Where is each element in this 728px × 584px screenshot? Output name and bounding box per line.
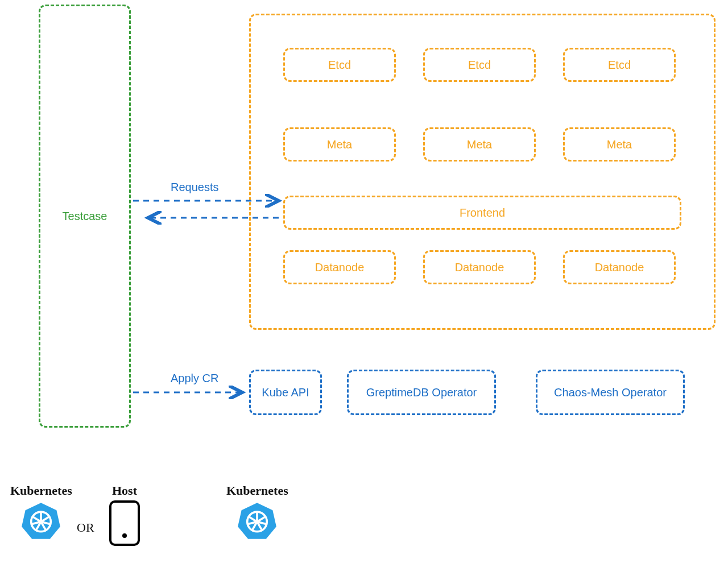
datanode-box-3: Datanode	[563, 250, 676, 284]
meta-label-2: Meta	[467, 138, 492, 151]
etcd-label-1: Etcd	[328, 59, 351, 72]
k8s-label-1: Kubernetes	[10, 483, 72, 498]
datanode-box-1: Datanode	[283, 250, 396, 284]
k8s-label-2: Kubernetes	[226, 483, 288, 498]
greptimedb-label: GreptimeDB Operator	[366, 386, 477, 399]
meta-box-1: Meta	[283, 127, 396, 161]
datanode-box-2: Datanode	[423, 250, 536, 284]
greptimedb-box: GreptimeDB Operator	[347, 370, 496, 415]
testcase-label: Testcase	[63, 210, 107, 223]
host-icon	[109, 500, 140, 546]
etcd-label-2: Etcd	[468, 59, 491, 72]
applycr-label: Apply CR	[171, 372, 218, 385]
meta-label-3: Meta	[607, 138, 632, 151]
kubernetes-icon	[237, 500, 278, 541]
meta-box-2: Meta	[423, 127, 536, 161]
footer-host: Host	[109, 483, 140, 546]
kubeapi-box: Kube API	[249, 370, 322, 415]
frontend-box: Frontend	[283, 196, 681, 230]
requests-label: Requests	[171, 181, 219, 194]
chaosmesh-label: Chaos-Mesh Operator	[554, 386, 667, 399]
datanode-label-3: Datanode	[595, 261, 644, 274]
footer-k8s-2: Kubernetes	[226, 483, 288, 541]
meta-label-1: Meta	[327, 138, 352, 151]
testcase-box: Testcase	[39, 5, 131, 428]
datanode-label-2: Datanode	[455, 261, 504, 274]
etcd-box-3: Etcd	[563, 48, 676, 82]
frontend-label: Frontend	[460, 206, 505, 219]
kubeapi-label: Kube API	[262, 386, 309, 399]
meta-box-3: Meta	[563, 127, 676, 161]
etcd-box-2: Etcd	[423, 48, 536, 82]
etcd-box-1: Etcd	[283, 48, 396, 82]
datanode-label-1: Datanode	[315, 261, 365, 274]
etcd-label-3: Etcd	[608, 59, 631, 72]
kubernetes-icon	[20, 500, 61, 541]
footer-k8s-1: Kubernetes	[10, 483, 72, 541]
host-dot-icon	[122, 533, 127, 538]
host-label: Host	[112, 483, 137, 498]
or-label: OR	[77, 520, 94, 535]
chaosmesh-box: Chaos-Mesh Operator	[536, 370, 685, 415]
